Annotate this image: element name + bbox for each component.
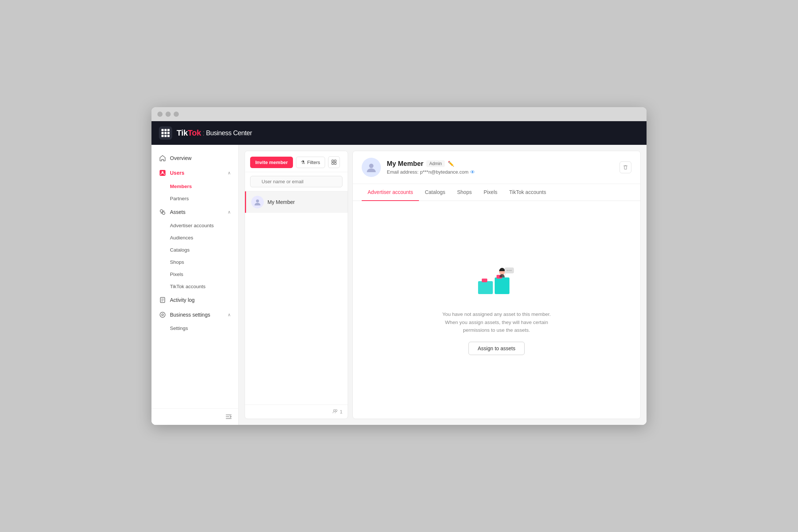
eye-icon[interactable]: 👁 <box>470 169 475 175</box>
assets-chevron: ∧ <box>228 209 231 215</box>
tab-shops[interactable]: Shops <box>451 184 478 201</box>
member-name: My Member <box>267 199 295 205</box>
business-sub-nav: Settings <box>151 322 238 334</box>
content-area: Invite member ⚗ Filters <box>239 145 647 425</box>
view-toggle-button[interactable] <box>328 156 340 168</box>
invite-member-button[interactable]: Invite member <box>250 157 293 168</box>
grid-icon[interactable] <box>159 126 172 140</box>
sidebar-item-overview[interactable]: Overview <box>151 151 238 166</box>
sidebar-nav: Overview Users ∧ <box>151 148 238 408</box>
assign-to-assets-button[interactable]: Assign to assets <box>468 342 525 355</box>
empty-state-message: You have not assigned any asset to this … <box>437 310 556 334</box>
svg-point-14 <box>369 164 374 168</box>
svg-rect-8 <box>334 160 336 162</box>
svg-point-3 <box>163 212 165 215</box>
sidebar-item-members[interactable]: Members <box>151 180 238 192</box>
sidebar-item-assets[interactable]: Assets ∧ <box>151 205 238 219</box>
svg-point-11 <box>256 200 259 202</box>
svg-point-13 <box>335 410 337 412</box>
users-count-icon <box>332 409 338 415</box>
app-container: TikTok:Business Center Overview <box>151 121 647 425</box>
svg-rect-16 <box>495 277 509 294</box>
delete-button[interactable] <box>620 161 631 173</box>
avatar <box>251 196 264 208</box>
assets-label: Assets <box>170 209 185 215</box>
tab-tiktok-accounts[interactable]: TikTok accounts <box>503 184 552 201</box>
svg-rect-17 <box>482 279 487 282</box>
role-badge: Admin <box>426 160 445 167</box>
svg-point-22 <box>509 270 510 271</box>
browser-dot-green <box>174 112 179 117</box>
email-value: p***n@bytedance.com <box>420 169 468 175</box>
empty-illustration <box>474 265 519 301</box>
sidebar-item-pixels[interactable]: Pixels <box>151 268 238 280</box>
svg-rect-9 <box>332 163 334 164</box>
browser-window: TikTok:Business Center Overview <box>151 107 647 425</box>
search-bar: 🔍 <box>245 172 348 191</box>
business-settings-chevron: ∧ <box>228 312 231 317</box>
main-layout: Overview Users ∧ <box>151 145 647 425</box>
member-detail-panel: My Member Admin ✏️ Email address: p***n@… <box>352 151 641 419</box>
list-item[interactable]: My Member <box>245 191 348 213</box>
overview-label: Overview <box>170 155 191 161</box>
browser-dot-yellow <box>166 112 171 117</box>
users-label: Users <box>170 170 184 176</box>
users-icon <box>159 169 166 177</box>
collapse-button[interactable] <box>157 413 232 420</box>
panel-footer: 1 <box>245 405 348 419</box>
member-count: 1 <box>340 409 342 415</box>
sidebar-item-activity-log[interactable]: Activity log <box>151 293 238 307</box>
tab-advertiser-accounts[interactable]: Advertiser accounts <box>362 184 419 201</box>
filter-icon: ⚗ <box>301 160 305 165</box>
sidebar-item-partners[interactable]: Partners <box>151 192 238 205</box>
member-name-row: My Member Admin ✏️ <box>387 160 614 168</box>
email-label: Email address: <box>387 169 419 175</box>
brand-tiktok: Tik <box>177 128 188 138</box>
assets-sub-nav: Advertiser accounts Audiences Catalogs S… <box>151 219 238 293</box>
browser-chrome <box>151 107 647 121</box>
sidebar-item-business-settings[interactable]: Business settings ∧ <box>151 307 238 322</box>
panel-toolbar: Invite member ⚗ Filters <box>245 151 348 172</box>
settings-icon <box>159 311 166 318</box>
svg-rect-10 <box>334 163 336 164</box>
member-header: My Member Admin ✏️ Email address: p***n@… <box>353 151 640 184</box>
search-input[interactable] <box>250 176 342 187</box>
home-icon <box>159 154 166 162</box>
svg-point-1 <box>162 171 164 173</box>
sidebar-bottom <box>151 408 238 425</box>
sidebar-item-advertiser-accounts[interactable]: Advertiser accounts <box>151 219 238 232</box>
brand-logo: TikTok:Business Center <box>177 128 252 138</box>
activity-log-label: Activity log <box>170 297 195 303</box>
member-info: My Member Admin ✏️ Email address: p***n@… <box>387 160 614 175</box>
tab-pixels[interactable]: Pixels <box>478 184 503 201</box>
sidebar-item-users[interactable]: Users ∧ <box>151 166 238 180</box>
users-sub-nav: Members Partners <box>151 180 238 205</box>
member-display-name: My Member <box>387 160 423 168</box>
svg-point-21 <box>507 270 508 271</box>
sidebar-item-catalogs[interactable]: Catalogs <box>151 244 238 256</box>
grid-dots <box>161 129 170 137</box>
svg-point-6 <box>162 314 164 316</box>
sidebar-item-tiktok-accounts[interactable]: TikTok accounts <box>151 280 238 293</box>
business-settings-label: Business settings <box>170 312 210 318</box>
brand-separator: : <box>202 128 205 138</box>
log-icon <box>159 296 166 304</box>
top-bar: TikTok:Business Center <box>151 121 647 145</box>
sidebar-item-audiences[interactable]: Audiences <box>151 232 238 244</box>
empty-state: You have not assigned any asset to this … <box>353 201 640 419</box>
member-list: My Member <box>245 191 348 405</box>
svg-rect-7 <box>332 160 334 162</box>
sidebar-item-settings[interactable]: Settings <box>151 322 238 334</box>
sidebar-item-shops[interactable]: Shops <box>151 256 238 268</box>
filter-label: Filters <box>307 160 320 165</box>
filter-button[interactable]: ⚗ Filters <box>296 157 325 168</box>
svg-point-2 <box>160 210 163 212</box>
svg-point-23 <box>511 270 512 271</box>
brand-business-center: Business Center <box>206 129 252 137</box>
edit-icon[interactable]: ✏️ <box>448 161 454 167</box>
tab-catalogs[interactable]: Catalogs <box>419 184 451 201</box>
browser-dot-red <box>157 112 163 117</box>
search-wrapper: 🔍 <box>250 176 342 187</box>
svg-point-5 <box>160 312 165 317</box>
sidebar: Overview Users ∧ <box>151 145 239 425</box>
